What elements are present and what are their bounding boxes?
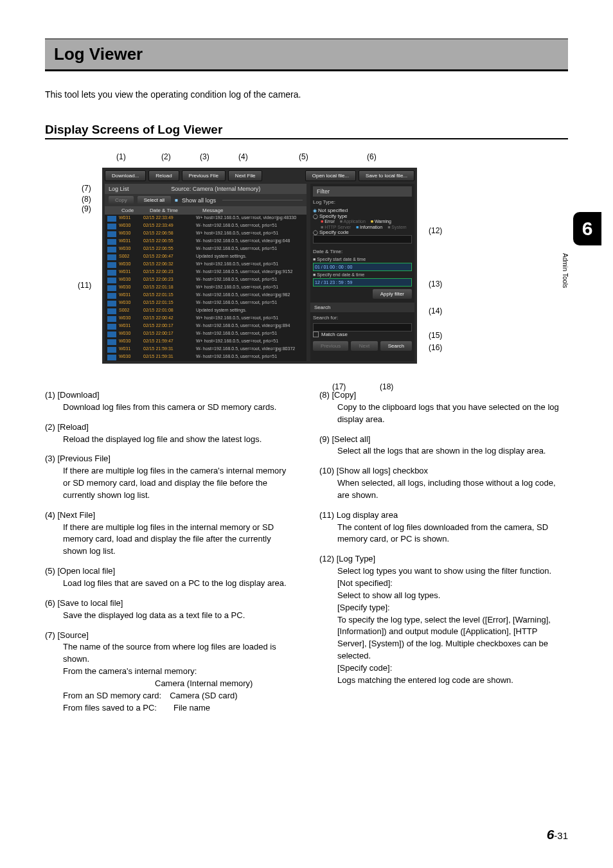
description-body: The name of the source from where log fi… [45, 641, 294, 714]
description-body: If there are multiple log files in the c… [45, 465, 294, 502]
table-row[interactable]: W03002/15 22:00:42W+ host=192.168.0.5, u… [105, 315, 306, 323]
copy-button[interactable]: Copy [109, 196, 134, 204]
description-item: (11) Log display areaThe content of log … [319, 509, 568, 546]
table-row[interactable]: S00202/15 22:01:08Updated system setting… [105, 307, 306, 315]
table-row[interactable]: W03102/15 21:59:31W- host=192.168.0.5, u… [105, 346, 306, 353]
chapter-tab: 6 Admin Tools [562, 212, 613, 288]
callout-6: (6) [367, 152, 377, 161]
table-row[interactable]: W03002/15 22:06:23W- host=192.168.0.5, u… [105, 276, 306, 284]
main-toolbar: Download... Reload Previous File Next Fi… [105, 170, 414, 181]
description-item: (4) [Next File]If there are multiple log… [45, 509, 294, 558]
table-row[interactable]: W03102/15 22:00:17W- host=192.168.0.5, u… [105, 323, 306, 330]
table-row[interactable]: W03102/15 22:33:49W+ host=192.168.0.5, u… [105, 215, 306, 222]
description-body: Download log files from this camera or S… [45, 402, 294, 414]
end-date-checkbox[interactable]: Specify end date & time [317, 272, 364, 277]
description-right-column: (8) [Copy]Copy to the clipboard logs tha… [319, 389, 568, 722]
description-item: (5) [Open local file]Load log files that… [45, 565, 294, 590]
table-row[interactable]: W03002/15 22:01:15W- host=192.168.0.5, u… [105, 299, 306, 307]
http-server-checkbox[interactable]: HTTP Server [321, 225, 351, 229]
start-date-input[interactable]: 01 / 01 00 : 00 : 00 [313, 263, 412, 271]
save-local-file-button[interactable]: Save to local file... [359, 170, 414, 181]
callout-2: (2) [161, 152, 171, 161]
apply-filter-button[interactable]: Apply filter [373, 289, 412, 299]
start-date-checkbox[interactable]: Specify start date & time [317, 257, 366, 261]
description-label: (9) [Select all] [319, 434, 568, 446]
description-label: (10) [Show all logs] checkbox [319, 465, 568, 477]
filter-panel: Filter Log Type: Not specified Specify t… [310, 184, 414, 361]
description-body: Load log files that are saved on a PC to… [45, 578, 294, 590]
callout-15: (15) [429, 331, 442, 340]
search-for-label: Search for: [313, 315, 412, 321]
warning-checkbox[interactable]: Warning [371, 219, 391, 224]
callout-5: (5) [299, 152, 308, 161]
reload-button[interactable]: Reload [148, 170, 179, 181]
description-item: (8) [Copy]Copy to the clipboard logs tha… [319, 389, 568, 426]
table-row[interactable]: W03002/15 22:06:32W+ host=192.168.0.5, u… [105, 261, 306, 269]
description-label: (4) [Next File] [45, 509, 294, 522]
specify-type-radio[interactable]: Specify type [313, 213, 412, 219]
description-label: (11) Log display area [319, 509, 568, 522]
section-title: Log Viewer [45, 39, 568, 69]
description-item: (6) [Save to local file]Save the display… [45, 598, 294, 622]
description-label: (1) [Download] [45, 389, 294, 402]
log-type-label: Log Type: [313, 199, 412, 205]
callout-12: (12) [429, 226, 442, 235]
show-all-logs-checkbox[interactable]: Show all logs [182, 197, 216, 204]
source-label: Source: Camera (Internal Memory) [129, 186, 303, 192]
error-checkbox[interactable]: Error [321, 219, 335, 224]
information-checkbox[interactable]: Information [356, 225, 382, 229]
screenshot-area: (1) (2) (3) (4) (5) (6) (7) (8) (9) (11)… [75, 152, 538, 364]
description-body: When selected, all logs, including those… [319, 477, 568, 502]
chapter-number: 6 [573, 212, 601, 245]
log-table-header: Code Date & Time Message [105, 206, 306, 215]
description-label: (8) [Copy] [319, 389, 568, 402]
page-number-chapter: 6 [547, 827, 555, 842]
previous-file-button[interactable]: Previous File [182, 170, 226, 181]
log-list-panel: Log List Source: Camera (Internal Memory… [105, 184, 306, 361]
not-specified-radio[interactable]: Not specified [313, 208, 412, 213]
table-row[interactable]: W03002/15 22:33:49W- host=192.168.0.5, u… [105, 222, 306, 230]
description-label: (7) [Source] [45, 630, 294, 642]
specify-code-input[interactable] [313, 235, 412, 244]
callout-13: (13) [429, 279, 442, 288]
table-row[interactable]: W03002/15 21:59:47W+ host=192.168.0.5, u… [105, 338, 306, 346]
table-row[interactable]: W03102/15 22:01:15W- host=192.168.0.5, u… [105, 292, 306, 299]
description-item: (1) [Download]Download log files from th… [45, 389, 294, 414]
th-code: Code [121, 208, 147, 213]
next-button[interactable]: Next [351, 341, 378, 351]
match-case-checkbox[interactable]: Match case [321, 332, 348, 337]
description-body: Select all the logs that are shown in th… [319, 445, 568, 457]
description-body: Reload the displayed log file and show t… [45, 434, 294, 446]
description-label: (12) [Log Type] [319, 553, 568, 565]
callout-7: (7) [82, 184, 91, 193]
log-display-area[interactable]: W03102/15 22:33:49W+ host=192.168.0.5, u… [105, 215, 306, 361]
next-file-button[interactable]: Next File [228, 170, 263, 181]
application-checkbox[interactable]: Application [340, 219, 366, 224]
previous-button[interactable]: Previous [313, 341, 348, 351]
section-header: Log Viewer [45, 39, 568, 71]
end-date-input[interactable]: 12 / 31 23 : 59 : 59 [313, 278, 412, 287]
th-datetime: Date & Time [150, 208, 200, 213]
table-row[interactable]: W03002/15 22:06:55W- host=192.168.0.5, u… [105, 245, 306, 253]
filter-title: Filter [313, 186, 412, 197]
system-checkbox[interactable]: System [387, 225, 407, 229]
open-local-file-button[interactable]: Open local file... [305, 170, 356, 181]
table-row[interactable]: W03102/15 22:06:23W- host=192.168.0.5, u… [105, 269, 306, 276]
description-label: (6) [Save to local file] [45, 598, 294, 610]
table-row[interactable]: W03002/15 22:01:18W+ host=192.168.0.5, u… [105, 284, 306, 292]
search-input[interactable] [313, 323, 412, 332]
description-label: (2) [Reload] [45, 421, 294, 434]
table-row[interactable]: W03002/15 22:06:58W+ host=192.168.0.5, u… [105, 230, 306, 238]
download-button[interactable]: Download... [105, 170, 146, 181]
select-all-button[interactable]: Select all [138, 196, 171, 204]
table-row[interactable]: W03002/15 21:59:31W- host=192.168.0.5, u… [105, 353, 306, 361]
table-row[interactable]: W03002/15 22:00:17W- host=192.168.0.5, u… [105, 330, 306, 338]
table-row[interactable]: S00202/15 22:06:47Updated system setting… [105, 253, 306, 261]
search-button[interactable]: Search [380, 341, 412, 351]
description-label: (5) [Open local file] [45, 565, 294, 578]
type-checkbox-group: Error Application Warning HTTP Server In… [313, 219, 412, 229]
table-row[interactable]: W03102/15 22:06:55W- host=192.168.0.5, u… [105, 238, 306, 245]
description-item: (12) [Log Type]Select log types you want… [319, 553, 568, 686]
log-list-title: Log List [109, 186, 129, 192]
specify-code-radio[interactable]: Specify code [313, 229, 412, 235]
